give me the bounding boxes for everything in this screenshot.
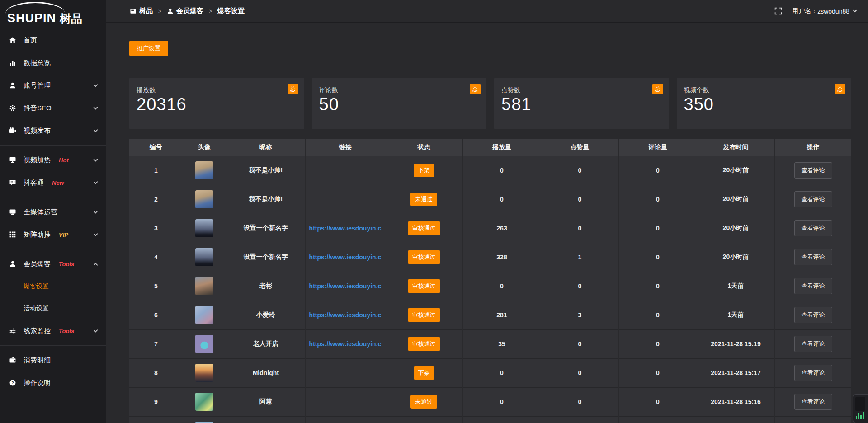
sidebar-item-0[interactable]: 首页 — [0, 29, 106, 52]
username-label: 用户名： — [792, 7, 817, 15]
breadcrumb-label: 爆客设置 — [217, 7, 245, 15]
fullscreen-icon[interactable] — [774, 7, 782, 15]
cell-comments — [619, 416, 697, 423]
video-link[interactable]: https://www.iesdouyin.c — [309, 311, 382, 319]
cell-status: 审核通过 — [385, 214, 462, 243]
sidebar-item-3[interactable]: 抖音SEO — [0, 97, 106, 119]
cell-avatar — [183, 272, 226, 301]
total-badge: 总 — [288, 84, 298, 94]
cell-id — [129, 416, 183, 423]
view-comments-button[interactable]: 查看评论 — [794, 365, 832, 381]
stat-label: 播放数 — [137, 86, 297, 94]
status-badge: 审核通过 — [408, 221, 440, 235]
sidebar-item-6[interactable]: 抖客通New — [0, 171, 106, 194]
chart-icon — [9, 59, 16, 66]
monitor-icon — [9, 208, 16, 216]
cell-action: 查看评论 — [775, 272, 851, 301]
sidebar-item-1[interactable]: 数据总览 — [0, 52, 106, 74]
sidebar-item-label: 抖音SEO — [24, 104, 52, 113]
sidebar-subitem[interactable]: 活动设置 — [0, 297, 106, 320]
stat-label: 评论数 — [319, 86, 480, 94]
video-link[interactable]: https://www.iesdouyin.c — [309, 340, 382, 348]
sidebar-item-9[interactable]: 会员爆客Tools — [0, 253, 106, 275]
avatar — [195, 393, 213, 411]
cell-link: https://www.iesdouyin.c — [306, 272, 385, 301]
sidebar-item-12[interactable]: ?操作说明 — [0, 371, 106, 394]
column-header: 编号 — [129, 139, 183, 156]
floating-widget[interactable] — [853, 394, 868, 423]
cell-time: 20小时前 — [697, 214, 774, 243]
sidebar-item-label: 账号管理 — [24, 81, 51, 90]
cell-id: 4 — [129, 243, 183, 272]
breadcrumb-item[interactable]: 树品 — [130, 7, 153, 15]
view-comments-button[interactable]: 查看评论 — [794, 394, 832, 410]
cell-action: 查看评论 — [775, 185, 851, 214]
chevron-down-icon — [853, 9, 857, 12]
cell-time: 20小时前 — [697, 185, 774, 214]
sidebar-subitem[interactable]: 爆客设置 — [0, 275, 106, 297]
sidebar-item-5[interactable]: 视频加热Hot — [0, 149, 106, 171]
cell-plays: 0 — [463, 387, 541, 416]
cell-status: 审核通过 — [385, 329, 462, 358]
view-comments-button[interactable]: 查看评论 — [794, 307, 832, 323]
sidebar-badge: Hot — [59, 157, 69, 164]
table-row — [129, 416, 851, 423]
video-link[interactable]: https://www.iesdouyin.c — [309, 225, 382, 232]
stat-value: 350 — [684, 95, 844, 114]
view-comments-button[interactable]: 查看评论 — [794, 191, 832, 207]
status-badge: 未通过 — [410, 193, 437, 206]
cell-plays: 0 — [463, 185, 541, 214]
cell-avatar — [183, 416, 226, 423]
cell-time: 2021-11-28 15:16 — [697, 387, 774, 416]
cell-action — [775, 416, 851, 423]
username-dropdown[interactable]: 用户名：zswodun88 — [792, 7, 856, 15]
breadcrumb: 树品>会员爆客>爆客设置 — [130, 7, 245, 15]
sidebar-item-label: 会员爆客 — [24, 260, 51, 268]
view-comments-button[interactable]: 查看评论 — [794, 220, 832, 236]
cell-likes: 0 — [541, 387, 618, 416]
breadcrumb-label: 树品 — [139, 7, 153, 15]
breadcrumb-separator: > — [158, 8, 161, 14]
cell-link: https://www.iesdouyin.c — [306, 214, 385, 243]
sidebar-item-10[interactable]: 线索监控Tools — [0, 320, 106, 342]
cell-time: 1天前 — [697, 301, 774, 329]
cell-avatar — [183, 358, 226, 387]
sidebar-item-4[interactable]: 视频发布 — [0, 119, 106, 142]
chevron-up-icon — [94, 263, 98, 267]
chevron-down-icon — [94, 328, 98, 333]
cell-link — [306, 387, 385, 416]
view-comments-button[interactable]: 查看评论 — [794, 162, 832, 179]
sidebar-item-2[interactable]: 账号管理 — [0, 74, 106, 97]
sidebar-item-11[interactable]: 消费明细 — [0, 349, 106, 371]
chevron-down-icon — [94, 105, 98, 110]
video-link[interactable]: https://www.iesdouyin.c — [309, 282, 382, 290]
video-icon — [9, 127, 16, 134]
promo-settings-button[interactable]: 推广设置 — [129, 41, 168, 56]
sidebar-divider — [0, 197, 106, 197]
breadcrumb-item[interactable]: 会员爆客 — [167, 7, 203, 15]
sidebar-item-8[interactable]: 矩阵助推VIP — [0, 223, 106, 246]
logo-arc-icon — [5, 2, 65, 14]
status-badge: 审核通过 — [408, 250, 440, 264]
cell-link: https://www.iesdouyin.c — [306, 301, 385, 329]
sidebar-submenu: 爆客设置活动设置 — [0, 275, 106, 320]
cell-id: 2 — [129, 185, 183, 214]
view-comments-button[interactable]: 查看评论 — [794, 278, 832, 294]
cell-id: 6 — [129, 301, 183, 329]
breadcrumb-item[interactable]: 爆客设置 — [217, 7, 245, 15]
matrix-icon — [9, 231, 16, 238]
chevron-down-icon — [94, 232, 98, 236]
sidebar-item-7[interactable]: 全媒体运营 — [0, 201, 106, 223]
video-link[interactable]: https://www.iesdouyin.c — [309, 254, 382, 261]
cell-action: 查看评论 — [775, 156, 851, 185]
view-comments-button[interactable]: 查看评论 — [794, 336, 832, 352]
breadcrumb-label: 会员爆客 — [176, 7, 203, 15]
account-icon — [9, 82, 16, 89]
avatar — [195, 248, 213, 266]
cell-nickname: 老人开店 — [226, 329, 306, 358]
cell-action: 查看评论 — [775, 329, 851, 358]
cell-likes: 0 — [541, 185, 618, 214]
cell-avatar — [183, 185, 226, 214]
view-comments-button[interactable]: 查看评论 — [794, 249, 832, 265]
stat-label: 点赞数 — [501, 86, 662, 94]
